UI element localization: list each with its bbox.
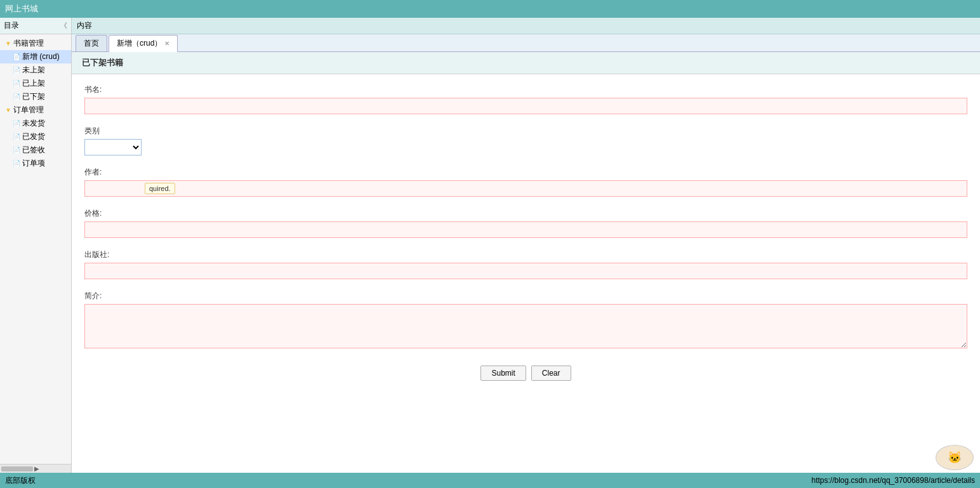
sidebar-item-shelved[interactable]: 📄已上架	[0, 77, 71, 90]
sidebar-tree: ▼书籍管理📄新增 (crud)📄未上架📄已上架📄已下架▼订单管理📄未发货📄已发货…	[0, 34, 71, 464]
mascot-emoji: 🐱	[948, 451, 962, 465]
sidebar-scroll-thumb[interactable]	[1, 466, 33, 472]
tree-item-label: 订单项	[22, 158, 45, 169]
form-container: 已下架书籍 quired. 书名: 类别 文学科技历史艺术教育 作者:	[72, 52, 980, 473]
publisher-input[interactable]	[84, 263, 967, 279]
form-body: quired. 书名: 类别 文学科技历史艺术教育 作者:	[72, 74, 980, 391]
tree-item-label: 新增 (crud)	[22, 51, 60, 62]
book-name-label: 书名:	[84, 84, 967, 95]
bottom-right-label: https://blog.csdn.net/qq_37006898/articl…	[811, 476, 975, 485]
sidebar-scroll-arrow[interactable]: ▶	[34, 465, 39, 472]
content-header: 内容	[72, 18, 980, 34]
tree-item-label: 已发货	[22, 131, 45, 142]
sidebar-item-new-add-crud[interactable]: 📄新增 (crud)	[0, 50, 71, 63]
author-row: 作者:	[84, 167, 967, 197]
file-icon: 📄	[13, 147, 20, 154]
form-section-title: 已下架书籍	[72, 52, 980, 74]
intro-row: 简介:	[84, 291, 967, 350]
category-label: 类别	[84, 126, 967, 136]
tree-item-label: 已下架	[22, 91, 45, 102]
button-row: Submit Clear	[84, 366, 967, 381]
sidebar-item-book-mgmt[interactable]: ▼书籍管理	[0, 37, 71, 50]
file-icon: 📄	[13, 120, 20, 127]
file-icon: 📄	[13, 80, 20, 87]
file-icon: 📄	[13, 53, 20, 60]
tree-item-label: 已签收	[22, 145, 45, 155]
submit-button[interactable]: Submit	[480, 366, 526, 381]
sidebar-item-off-shelf[interactable]: 📄已下架	[0, 90, 71, 103]
file-icon: 📄	[13, 67, 20, 74]
sidebar-collapse-button[interactable]: 《	[60, 21, 67, 30]
sidebar-scrollbar[interactable]: ▶	[0, 464, 71, 473]
author-label: 作者:	[84, 167, 967, 178]
content-area: 内容 首页新增（crud）✕ 已下架书籍 quired. 书名: 类别 文学科	[72, 18, 980, 473]
publisher-label: 出版社:	[84, 249, 967, 260]
file-icon: 📄	[13, 160, 20, 167]
file-icon: 📄	[13, 93, 20, 100]
folder-icon: ▼	[5, 107, 11, 114]
app-title: 网上书城	[5, 3, 38, 15]
file-icon: 📄	[13, 133, 20, 140]
sidebar-item-shipped[interactable]: 📄已发货	[0, 130, 71, 143]
book-name-row: 书名:	[84, 84, 967, 114]
tree-item-label: 未发货	[22, 118, 45, 129]
content-title: 内容	[77, 21, 92, 30]
tree-item-label: 未上架	[22, 65, 45, 76]
tab-close-icon[interactable]: ✕	[164, 40, 169, 47]
intro-textarea[interactable]	[84, 304, 967, 348]
book-name-input[interactable]	[84, 98, 967, 114]
tab-label: 首页	[84, 38, 99, 49]
category-row: 类别 文学科技历史艺术教育	[84, 126, 967, 155]
tree-item-label: 书籍管理	[13, 38, 44, 49]
publisher-row: 出版社:	[84, 249, 967, 279]
mascot: 🐱	[936, 445, 974, 470]
tooltip-box: quired.	[145, 183, 175, 194]
clear-button[interactable]: Clear	[531, 366, 571, 381]
price-label: 价格:	[84, 208, 967, 219]
tab-home[interactable]: 首页	[76, 35, 107, 51]
sidebar-title: 目录	[4, 20, 19, 31]
tree-item-label: 订单管理	[13, 105, 44, 115]
sidebar-item-order-mgmt[interactable]: ▼订单管理	[0, 103, 71, 117]
category-select[interactable]: 文学科技历史艺术教育	[84, 139, 142, 155]
sidebar-header: 目录 《	[0, 18, 71, 34]
sidebar: 目录 《 ▼书籍管理📄新增 (crud)📄未上架📄已上架📄已下架▼订单管理📄未发…	[0, 18, 72, 473]
price-input[interactable]	[84, 221, 967, 238]
sidebar-item-not-shipped[interactable]: 📄未发货	[0, 117, 71, 130]
tabs-bar: 首页新增（crud）✕	[72, 34, 980, 52]
top-bar: 网上书城	[0, 0, 980, 18]
intro-label: 简介:	[84, 291, 967, 301]
folder-icon: ▼	[5, 40, 11, 47]
tab-label: 新增（crud）	[117, 38, 162, 49]
bottom-bar: 底部版权 https://blog.csdn.net/qq_37006898/a…	[0, 473, 980, 488]
author-input[interactable]	[84, 180, 967, 197]
price-row: 价格:	[84, 208, 967, 238]
sidebar-item-order-item[interactable]: 📄订单项	[0, 157, 71, 170]
tab-new-crud[interactable]: 新增（crud）✕	[109, 35, 178, 52]
bottom-left-label: 底部版权	[5, 475, 36, 486]
sidebar-item-signed[interactable]: 📄已签收	[0, 143, 71, 157]
sidebar-item-not-shelved[interactable]: 📄未上架	[0, 63, 71, 77]
tree-item-label: 已上架	[22, 78, 45, 89]
